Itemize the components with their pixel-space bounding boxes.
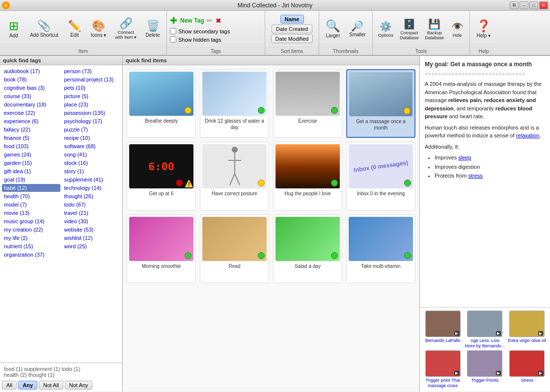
tag-item-my-life[interactable]: my life (2) — [2, 234, 60, 242]
tag-item-book[interactable]: book (78) — [2, 76, 60, 83]
item-card-read[interactable]: Read — [200, 214, 269, 283]
item-card-exercise[interactable]: Exercise — [273, 69, 342, 138]
item-card-smoothie[interactable]: Morning smoothie — [127, 214, 196, 283]
show-secondary-checkbox[interactable] — [170, 28, 176, 34]
tag-item-travel[interactable]: travel (21) — [62, 209, 121, 217]
tag-item-finance[interactable]: finance (5) — [2, 134, 60, 142]
tag-item-software[interactable]: software (68) — [62, 142, 121, 150]
options-btn[interactable]: ⚙️ Options — [376, 19, 396, 40]
item-card-salad[interactable]: Salad a day — [273, 214, 342, 283]
compact-db-btn[interactable]: 🗄️ CompactDatabase — [397, 16, 421, 42]
item-card-posture[interactable]: Have correct posture — [200, 142, 269, 210]
item-card-massage[interactable]: Get a massage once a month — [346, 69, 415, 138]
tag-item-possession[interactable]: possession (135) — [62, 109, 121, 117]
filter-all-btn[interactable]: All — [2, 381, 17, 390]
tag-item-food[interactable]: food (103) — [2, 142, 60, 150]
related-item-ageless[interactable]: ▶Age Less, Live More by Bernando... — [465, 311, 505, 349]
help-btn[interactable]: ❓ Help ▾ — [473, 18, 495, 41]
tag-item-wishlist[interactable]: wishlist (12) — [62, 234, 121, 242]
delete-button[interactable]: 🗑️ Delete — [142, 18, 164, 40]
tag-item-technology[interactable]: technology (14) — [62, 184, 121, 192]
tag-item-movie[interactable]: movie (13) — [2, 209, 60, 217]
filter-not-any-btn[interactable]: Not Any — [65, 381, 93, 390]
sort-date-modified-btn[interactable]: Date Modified — [271, 34, 313, 43]
item-card-inbox[interactable]: Inbox (0 messages)Inbox 0 in the evening — [346, 142, 415, 210]
tag-item-music-group[interactable]: music group (14) — [2, 217, 60, 225]
tag-item-word[interactable]: word (25) — [62, 242, 121, 250]
tag-item-psychology[interactable]: psychology (17) — [62, 117, 121, 125]
related-item-trigger[interactable]: ▶Trigger point Thai massage cross — [423, 350, 463, 389]
tag-item-thought[interactable]: thought (26) — [62, 192, 121, 200]
relaxation-link[interactable]: relaxation — [516, 132, 540, 138]
tag-item-picture[interactable]: picture (5) — [62, 92, 121, 100]
item-card-drink[interactable]: Drink 12 glasses of water a day — [200, 69, 269, 138]
new-tag-label[interactable]: New Tag — [180, 17, 204, 24]
tag-item-video[interactable]: video (30) — [62, 217, 121, 225]
close-btn[interactable]: ✕ — [539, 1, 548, 9]
tag-item-recipe[interactable]: recipe (10) — [62, 134, 121, 142]
tag-item-goal[interactable]: goal (19) — [2, 176, 60, 183]
tag-item-documentary[interactable]: documentary (18) — [2, 101, 60, 108]
tag-item-habit[interactable]: habit (12) — [2, 184, 60, 192]
stress-link[interactable]: stress — [468, 173, 482, 179]
tag-item-garden[interactable]: garden (15) — [2, 159, 60, 167]
sleep-link[interactable]: sleep — [458, 155, 471, 160]
tag-item-pets[interactable]: pets (10) — [62, 84, 121, 92]
item-card-getup[interactable]: 6:00⚠️Get up at 6 — [127, 142, 196, 210]
maximize-btn[interactable]: □ — [529, 1, 538, 9]
tag-item-my-creation[interactable]: my creation (22) — [2, 226, 60, 234]
connect-button[interactable]: 🔗 Connectwith Item ▾ — [112, 16, 140, 42]
tag-item-nutrient[interactable]: nutrient (15) — [2, 242, 60, 250]
item-label-inbox: Inbox 0 in the evening — [357, 190, 405, 197]
tag-item-exercise[interactable]: exercise (22) — [2, 109, 60, 117]
icons-button[interactable]: 🎨 Icons ▾ — [87, 18, 110, 40]
item-card-breathe[interactable]: Breathe deeply — [127, 69, 196, 138]
tag-item-personal-project[interactable]: personal project (13) — [62, 76, 121, 83]
sort-name-btn[interactable]: Name — [280, 15, 304, 24]
tag-item-health[interactable]: health (70) — [2, 192, 60, 200]
show-hidden-checkbox[interactable] — [170, 36, 176, 43]
hide-btn[interactable]: 👁️ Hide — [448, 19, 467, 40]
tag-item-model[interactable]: model (7) — [2, 201, 60, 209]
related-item-triggerpoints[interactable]: ▶Trigger Points — [465, 350, 505, 389]
filter-any-btn[interactable]: Any — [18, 381, 37, 390]
tag-item-fallacy[interactable]: fallacy (22) — [2, 126, 60, 133]
minimize-btn[interactable]: – — [520, 1, 528, 9]
tag-item-song[interactable]: song (41) — [62, 151, 121, 158]
tag-item-audiobook[interactable]: audiobook (17) — [2, 67, 60, 75]
window-controls[interactable]: ⧉ – □ ✕ — [510, 1, 548, 9]
related-item-bernando[interactable]: ▶Bernando LaPallo — [423, 311, 463, 349]
tag-item-website[interactable]: website (53) — [62, 226, 121, 234]
filter-not-all-btn[interactable]: Not All — [39, 381, 63, 390]
edit-tag-icon[interactable]: ✏ — [207, 17, 213, 25]
smaller-btn[interactable]: 🔎 Smaller — [346, 19, 369, 40]
tag-item-cognitive-bias[interactable]: cognitive bias (3) — [2, 84, 60, 92]
item-card-vitamin[interactable]: Take multi-vitamin — [346, 214, 415, 283]
delete-tag-icon[interactable]: ✖ — [216, 17, 221, 25]
larger-btn[interactable]: 🔍 Larger — [322, 18, 344, 41]
item-card-hug[interactable]: Hug the people I love — [273, 142, 342, 210]
tag-item-story[interactable]: story (1) — [62, 167, 121, 175]
tag-item-stock[interactable]: stock (16) — [62, 159, 121, 167]
tag-item-games[interactable]: games (24) — [2, 151, 60, 158]
sort-date-created-btn[interactable]: Date Created — [272, 25, 312, 33]
tag-item-place[interactable]: place (23) — [62, 101, 121, 108]
tag-item-gift-idea[interactable]: gift idea (1) — [2, 167, 60, 175]
new-tag-plus-icon[interactable]: ✚ — [170, 15, 177, 26]
restore-btn[interactable]: ⧉ — [510, 1, 519, 9]
add-shortcut-button[interactable]: 📎 Add Shortcut — [27, 18, 62, 40]
add-button[interactable]: ⊞ Add — [3, 18, 25, 41]
tag-item-course[interactable]: course (33) — [2, 92, 60, 100]
tag-item-person[interactable]: person (73) — [62, 67, 121, 75]
related-item-stress[interactable]: ▶Stress — [507, 350, 547, 389]
tag-item-todo[interactable]: todo (67) — [62, 201, 121, 209]
tag-item-supplement[interactable]: supplement (41) — [62, 176, 121, 183]
edit-button[interactable]: ✏️ Edit — [64, 18, 85, 40]
related-item-oliveoil[interactable]: ▶Extra virgin olive oil — [507, 311, 547, 349]
tag-item-puzzle[interactable]: puzzle (7) — [62, 126, 121, 133]
right-content: My goal: Get a massage once a month ====… — [420, 56, 550, 307]
tag-item-experience[interactable]: experience (6) — [2, 117, 60, 125]
backup-db-btn[interactable]: 💾 BackupDatabase — [422, 16, 446, 42]
tag-item-organization[interactable]: organization (37) — [2, 251, 60, 259]
backup-db-label: BackupDatabase — [425, 30, 444, 40]
